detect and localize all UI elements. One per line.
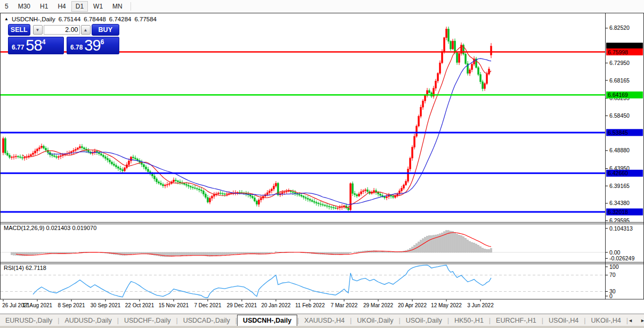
svg-text:20 Apr 2022: 20 Apr 2022 [398, 302, 427, 308]
svg-text:12 May 2022: 12 May 2022 [431, 302, 462, 308]
timeframe-button-5[interactable]: 5 [1, 1, 13, 12]
volume-decrease-icon[interactable]: ▼ [33, 25, 43, 35]
sell-price-big-digits: 58 [26, 38, 42, 53]
mt4-window: 5M30H1H4D1W1MN 0.1043130.00-0.026249 100… [0, 0, 644, 328]
volume-stepper: ▼ ▲ [32, 24, 92, 36]
tab-eurchf-h1[interactable]: EURCHF-,H1 [491, 316, 542, 325]
candlesticks [3, 27, 492, 212]
svg-text:6.58450: 6.58450 [609, 112, 630, 119]
svg-text:6.75998: 6.75998 [608, 49, 628, 55]
timeframe-button-mn[interactable]: MN [108, 1, 127, 12]
tab-usoil-daily[interactable]: USOil-,Daily [401, 316, 447, 325]
svg-text:6.53845: 6.53845 [608, 129, 628, 136]
ohlc-close: 6.77584 [134, 16, 157, 22]
buy-price-pip-digit: 6 [101, 38, 104, 46]
tabs-scroll-left-icon[interactable]: ◄ [628, 318, 633, 323]
volume-input[interactable] [44, 25, 80, 35]
symbol-tab-bar: EURUSD-,Daily|AUDUSD-,Daily|USDCHF-,Dail… [0, 314, 644, 326]
rsi-pane: 10070300 [1, 264, 619, 299]
svg-text:0.00: 0.00 [609, 249, 621, 256]
svg-text:6.68165: 6.68165 [609, 77, 630, 84]
svg-text:6.72950: 6.72950 [609, 60, 630, 66]
tab-ukoil-h4[interactable]: UKOil-,H4 [586, 316, 626, 325]
svg-text:30 Sep 2021: 30 Sep 2021 [91, 302, 121, 308]
ohlc-high: 6.78448 [84, 16, 106, 22]
svg-text:100: 100 [609, 264, 619, 270]
sell-price-display[interactable]: 6.77 58 4 [8, 37, 64, 54]
svg-text:6.34380: 6.34380 [609, 200, 630, 206]
svg-text:17 Aug 2021: 17 Aug 2021 [22, 302, 53, 308]
svg-text:8 Sep 2021: 8 Sep 2021 [58, 302, 85, 308]
chart-symbol-label: USDCNH-,Daily [12, 16, 55, 22]
svg-text:6.82520: 6.82520 [609, 24, 630, 31]
svg-text:6.39165: 6.39165 [609, 183, 630, 189]
svg-text:RSI(14) 62.7118: RSI(14) 62.7118 [4, 265, 46, 271]
sell-price-pip-digit: 4 [42, 38, 46, 46]
svg-text:70: 70 [609, 272, 616, 278]
svg-text:22 Oct 2021: 22 Oct 2021 [125, 302, 154, 308]
tab-usdcnh-daily[interactable]: USDCNH-,Daily [237, 315, 297, 326]
svg-text:6.64169: 6.64169 [608, 92, 628, 98]
svg-text:29 Dec 2021: 29 Dec 2021 [227, 302, 257, 308]
ohlc-low: 6.74284 [109, 16, 132, 22]
tabs-scroll-right-icon[interactable]: ► [640, 318, 644, 323]
timeframe-button-w1[interactable]: W1 [89, 1, 107, 12]
buy-button[interactable]: BUY [92, 24, 119, 36]
horizontal-price-lines[interactable] [1, 52, 605, 212]
sell-price-prefix: 6.77 [12, 44, 24, 51]
svg-text:6.29595: 6.29595 [609, 217, 630, 224]
toolbar-separator [131, 2, 131, 11]
tab-usdcad-daily[interactable]: USDCAD-,Daily [178, 316, 235, 325]
buy-price-big-digits: 39 [84, 38, 100, 53]
timeframe-button-h4[interactable]: H4 [53, 1, 70, 12]
buy-price-prefix: 6.78 [70, 44, 83, 51]
tab-usoil-h4[interactable]: USOil-,H4 [543, 316, 584, 325]
timeframe-button-d1[interactable]: D1 [71, 1, 88, 12]
svg-text:7 Dec 2021: 7 Dec 2021 [194, 302, 222, 308]
svg-text:29 Mar 2022: 29 Mar 2022 [363, 302, 394, 308]
svg-text:3 Jun 2022: 3 Jun 2022 [467, 302, 494, 308]
svg-text:6.32018: 6.32018 [608, 209, 628, 215]
svg-text:MACD(12,26,9) 0.021403 0.01907: MACD(12,26,9) 0.021403 0.019070 [4, 225, 96, 231]
buy-price-display[interactable]: 6.78 39 6 [67, 37, 119, 54]
price-axis-badges: 6.775846.759986.641696.538456.426606.320… [606, 43, 643, 215]
one-click-trading-panel: SELL ▼ ▲ BUY 6.77 58 4 6.78 39 6 [8, 24, 119, 54]
tab-hk50-h1[interactable]: HK50-,H1 [449, 316, 489, 325]
timeframe-toolbar: 5M30H1H4D1W1MN [0, 0, 644, 13]
chart-canvas[interactable]: 0.1043130.00-0.026249 10070300 6.825206.… [0, 12, 644, 314]
tab-ukoil-daily[interactable]: UKOil-,Daily [352, 316, 398, 325]
timeframe-button-h1[interactable]: H1 [36, 1, 52, 12]
pane-borders [1, 13, 644, 300]
moving-averages [22, 46, 491, 208]
date-axis[interactable]: 26 Jul 202117 Aug 20218 Sep 202130 Sep 2… [2, 300, 494, 309]
collapse-icon[interactable]: ▲ [4, 17, 9, 21]
svg-text:11 Feb 2022: 11 Feb 2022 [295, 302, 325, 308]
tab-usdchf-daily[interactable]: USDCHF-,Daily [119, 316, 176, 325]
tab-eurusd-daily[interactable]: EURUSD-,Daily [0, 316, 58, 325]
timeframe-button-m30[interactable]: M30 [14, 1, 35, 12]
chart-window: 0.1043130.00-0.026249 10070300 6.825206.… [0, 12, 644, 314]
ohlc-open: 6.75144 [59, 16, 81, 22]
svg-text:15 Nov 2021: 15 Nov 2021 [159, 302, 189, 308]
svg-text:0.104313: 0.104313 [609, 225, 633, 232]
sell-button[interactable]: SELL [8, 24, 30, 36]
volume-increase-icon[interactable]: ▲ [81, 25, 91, 35]
chart-title: ▲ USDCNH-,Daily 6.75144 6.78448 6.74284 … [4, 16, 157, 22]
status-strip [0, 326, 644, 328]
svg-text:-0.026249: -0.026249 [609, 255, 634, 261]
svg-text:0: 0 [609, 293, 613, 299]
tab-xauusd-h4[interactable]: XAUUSD-,H4 [299, 316, 350, 325]
svg-text:6.42660: 6.42660 [608, 170, 628, 176]
tab-audusd-daily[interactable]: AUDUSD-,Daily [59, 316, 117, 325]
svg-text:20 Jan 2022: 20 Jan 2022 [261, 302, 290, 308]
svg-text:6.48880: 6.48880 [609, 147, 630, 153]
svg-text:7 Mar 2022: 7 Mar 2022 [331, 302, 358, 308]
